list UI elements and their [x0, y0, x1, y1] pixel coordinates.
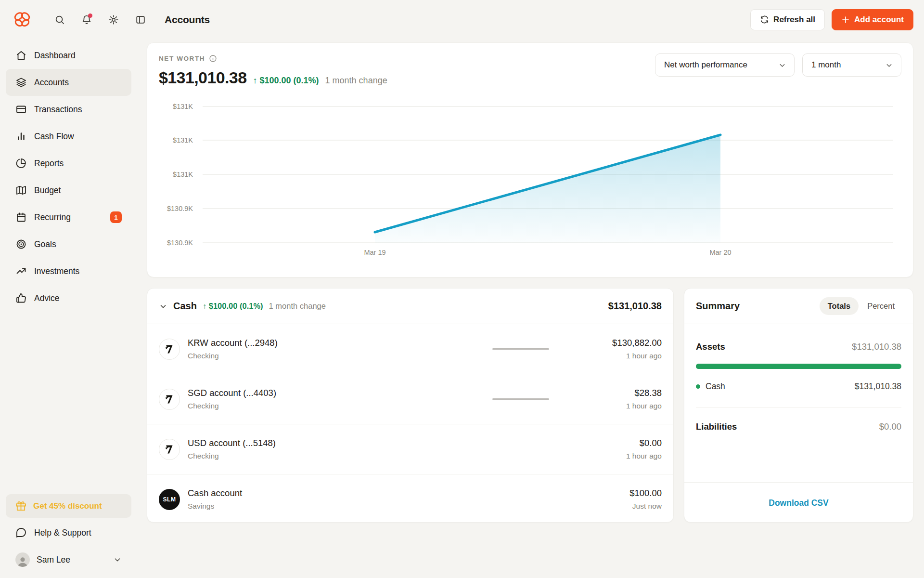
account-name: USD account (...5148)	[188, 438, 276, 448]
account-type: Checking	[188, 352, 278, 360]
search-icon[interactable]	[50, 10, 69, 29]
sidebar-item-label: Cash Flow	[34, 131, 74, 142]
account-balance: $130,882.00	[612, 338, 662, 348]
info-icon[interactable]	[209, 54, 217, 63]
net-worth-card: $131K $131K $131K $130.9K $130.9K Mar 19…	[147, 42, 913, 277]
date-range-select[interactable]: 1 month	[802, 53, 901, 77]
topbar-actions: Refresh all Add account	[750, 9, 913, 30]
sidebar-item-label: Investments	[34, 266, 79, 276]
account-name: Cash account	[188, 488, 242, 499]
divider	[684, 324, 913, 324]
chat-bubble-icon	[15, 527, 27, 539]
account-balance: $100.00	[629, 488, 662, 499]
recurring-count-badge: 1	[110, 211, 122, 223]
balance-sparkline	[492, 398, 549, 400]
sidebar: Dashboard Accounts Transactions Cash Flo…	[0, 39, 137, 578]
collapse-chevron-icon[interactable]	[159, 302, 167, 311]
top-bar: Accounts Refresh all Add account	[0, 0, 924, 39]
summary-title: Summary	[696, 301, 740, 312]
sidebar-item-transactions[interactable]: Transactions	[6, 96, 131, 123]
topbar-icon-group	[50, 10, 150, 29]
sidebar-item-investments[interactable]: Investments	[6, 258, 131, 285]
discount-label: Get 45% discount	[33, 501, 102, 511]
user-name: Sam Lee	[37, 555, 70, 565]
sidebar-item-budget[interactable]: Budget	[6, 177, 131, 204]
chevron-down-icon	[113, 555, 122, 564]
x-tick: Mar 19	[364, 249, 385, 256]
discount-banner[interactable]: Get 45% discount	[6, 494, 131, 518]
chevron-down-icon	[778, 61, 786, 69]
assets-value: $131,010.38	[852, 342, 901, 352]
y-tick: $130.9K	[167, 239, 193, 247]
plus-icon	[841, 15, 850, 24]
sidebar-item-recurring[interactable]: Recurring 1	[6, 204, 131, 231]
wise-logo-icon	[159, 439, 180, 460]
calendar-icon	[15, 211, 27, 223]
chevron-down-icon	[885, 61, 893, 69]
divider	[696, 407, 901, 407]
sidebar-item-label: Goals	[34, 239, 56, 250]
legend-label: Cash	[706, 381, 725, 392]
account-row-usd[interactable]: USD account (...5148) Checking $0.00 1 h…	[147, 424, 673, 474]
balance-sparkline	[492, 348, 549, 350]
sidebar-toggle-icon[interactable]	[131, 10, 150, 29]
sidebar-item-label: Accounts	[34, 78, 69, 88]
settings-gear-icon[interactable]	[104, 10, 123, 29]
account-name: SGD account (...4403)	[188, 388, 276, 398]
sidebar-item-reports[interactable]: Reports	[6, 150, 131, 177]
x-tick: Mar 20	[709, 249, 731, 256]
account-type: Savings	[188, 502, 242, 511]
cash-section-total: $131,010.38	[608, 301, 662, 312]
sidebar-item-label: Recurring	[34, 212, 71, 223]
sidebar-item-dashboard[interactable]: Dashboard	[6, 42, 131, 69]
account-updated: 1 hour ago	[626, 352, 662, 360]
notifications-bell-icon[interactable]	[77, 10, 96, 29]
account-row-cash[interactable]: SLM Cash account Savings $100.00 Just no…	[147, 474, 673, 524]
cash-section-title: Cash	[173, 301, 197, 312]
y-tick: $130.9K	[167, 205, 193, 212]
sidebar-item-help-support[interactable]: Help & Support	[6, 519, 131, 546]
date-range-selected: 1 month	[811, 60, 841, 70]
add-account-button[interactable]: Add account	[832, 9, 913, 30]
sidebar-item-accounts[interactable]: Accounts	[6, 69, 131, 96]
account-name: KRW account (...2948)	[188, 338, 278, 348]
cash-accounts-card: Cash ↑ $100.00 (0.1%) 1 month change $13…	[147, 288, 674, 523]
assets-label: Assets	[696, 342, 725, 352]
sidebar-item-advice[interactable]: Advice	[6, 285, 131, 312]
account-row-sgd[interactable]: SGD account (...4403) Checking $28.38 1 …	[147, 374, 673, 424]
net-worth-line	[375, 135, 720, 232]
tab-totals[interactable]: Totals	[820, 297, 859, 315]
sidebar-bottom: Get 45% discount Help & Support Sam Lee	[6, 494, 131, 573]
cash-legend-dot	[696, 384, 700, 389]
gift-icon	[15, 500, 26, 512]
account-balance: $0.00	[640, 438, 662, 448]
account-row-krw[interactable]: KRW account (...2948) Checking $130,882.…	[147, 324, 673, 374]
sidebar-item-label: Dashboard	[34, 51, 76, 61]
net-worth-change-period: 1 month change	[325, 76, 387, 86]
user-profile-menu[interactable]: Sam Lee	[6, 546, 131, 573]
sidebar-item-label: Reports	[34, 158, 64, 169]
liabilities-label: Liabilities	[696, 421, 737, 432]
chart-view-select[interactable]: Net worth performance	[655, 53, 795, 77]
refresh-all-label: Refresh all	[773, 15, 815, 25]
liabilities-value: $0.00	[879, 421, 901, 432]
account-balance: $28.38	[634, 388, 662, 398]
refresh-icon	[760, 15, 769, 24]
sidebar-item-cash-flow[interactable]: Cash Flow	[6, 123, 131, 150]
bar-chart-icon	[15, 131, 27, 142]
refresh-all-button[interactable]: Refresh all	[750, 9, 825, 30]
page-title: Accounts	[165, 14, 210, 26]
y-tick: $131K	[173, 103, 193, 110]
summary-card: Summary Totals Percent Assets $131,010.3…	[684, 288, 913, 523]
sidebar-item-goals[interactable]: Goals	[6, 231, 131, 258]
tab-percent[interactable]: Percent	[860, 297, 901, 315]
home-icon	[15, 50, 27, 61]
cash-section-header[interactable]: Cash ↑ $100.00 (0.1%) 1 month change $13…	[147, 289, 673, 324]
initials-avatar: SLM	[159, 489, 180, 510]
monarch-butterfly-logo[interactable]	[12, 10, 33, 29]
account-type: Checking	[188, 402, 276, 410]
download-csv-link[interactable]: Download CSV	[684, 483, 913, 523]
target-icon	[15, 238, 27, 250]
net-worth-change: ↑ $100.00 (0.1%)	[253, 76, 319, 86]
y-tick: $131K	[173, 171, 193, 178]
